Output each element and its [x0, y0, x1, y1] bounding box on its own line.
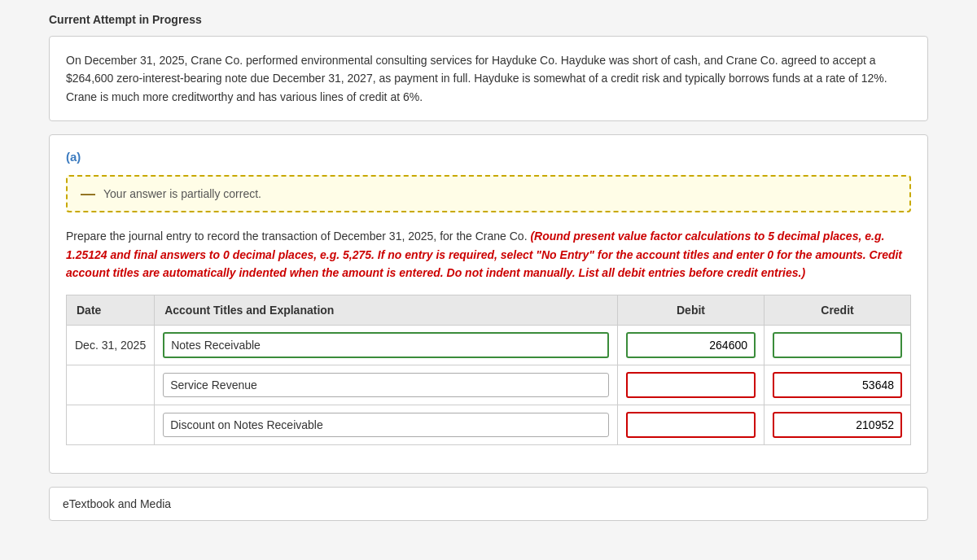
account-cell-2 — [155, 365, 618, 405]
date-cell-2 — [67, 365, 155, 405]
debit-cell-1 — [618, 326, 765, 365]
info-box: On December 31, 2025, Crane Co. performe… — [49, 36, 928, 121]
credit-input-3[interactable] — [773, 412, 902, 438]
table-row — [67, 405, 911, 445]
date-cell-1: Dec. 31, 2025 — [67, 326, 155, 365]
table-row: Dec. 31, 2025 — [67, 326, 911, 365]
account-cell-1 — [155, 326, 618, 365]
header-credit: Credit — [765, 295, 911, 326]
header-date: Date — [67, 295, 155, 326]
account-input-1[interactable] — [163, 332, 609, 358]
partial-correct-box: — Your answer is partially correct. — [66, 175, 911, 212]
account-input-3[interactable] — [163, 413, 609, 437]
debit-cell-2 — [618, 365, 765, 405]
debit-input-3[interactable] — [626, 412, 756, 438]
debit-input-2[interactable] — [626, 372, 756, 398]
journal-table: Date Account Titles and Explanation Debi… — [66, 295, 911, 445]
credit-input-2[interactable] — [773, 372, 902, 398]
partial-correct-icon: — — [81, 186, 95, 201]
etextbook-bar: eTextbook and Media — [49, 487, 928, 521]
table-row — [67, 365, 911, 405]
section-box: (a) — Your answer is partially correct. … — [49, 134, 928, 474]
header-debit: Debit — [618, 295, 765, 326]
credit-input-1[interactable] — [773, 332, 902, 358]
account-cell-3 — [155, 405, 618, 445]
debit-input-1[interactable] — [626, 332, 756, 358]
etextbook-label: eTextbook and Media — [63, 497, 171, 510]
date-cell-3 — [67, 405, 155, 445]
instructions: Prepare the journal entry to record the … — [66, 227, 911, 282]
page-container: Current Attempt in Progress On December … — [49, 13, 928, 521]
partial-correct-text: Your answer is partially correct. — [103, 187, 261, 200]
section-label: (a) — [66, 150, 911, 164]
credit-cell-1 — [765, 326, 911, 365]
credit-cell-2 — [765, 365, 911, 405]
header-account: Account Titles and Explanation — [155, 295, 618, 326]
debit-cell-3 — [618, 405, 765, 445]
current-attempt-label: Current Attempt in Progress — [49, 13, 928, 26]
instructions-plain: Prepare the journal entry to record the … — [66, 230, 528, 243]
credit-cell-3 — [765, 405, 911, 445]
account-input-2[interactable] — [163, 373, 609, 397]
info-text: On December 31, 2025, Crane Co. performe… — [66, 54, 887, 103]
